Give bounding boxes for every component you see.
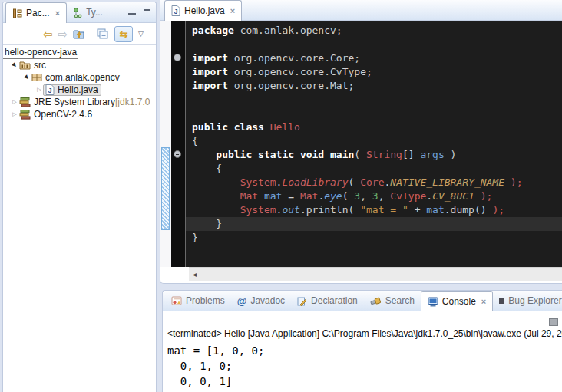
code-line-current: } [186, 217, 562, 231]
tree-item-opencv-2-4-6[interactable]: ▷OpenCV-2.4.6 [3, 108, 156, 120]
editor-horizontal-scrollbar[interactable]: ◂ [189, 267, 562, 281]
code-line: } [186, 231, 562, 245]
tree-item-src[interactable]: ▶src [3, 59, 156, 71]
tree-item-label: OpenCV-2.4.6 [34, 109, 92, 120]
tab-declaration[interactable]: Declaration [291, 291, 364, 311]
problems-icon [171, 296, 182, 305]
tree-item-label: Hello.java [58, 84, 98, 95]
tree-item-project-root[interactable]: hello-opencv-java [3, 47, 156, 59]
editor-panel: J Hello.java × package com.anlak.opencv;… [160, 0, 562, 284]
console-status-line: <terminated> Hello [Java Application] C:… [167, 328, 562, 339]
code-line: package com.anlak.opencv; [186, 24, 562, 38]
code-line: { [186, 162, 562, 176]
scroll-left-icon[interactable]: ◂ [189, 270, 197, 278]
fold-collapse-icon[interactable] [174, 54, 181, 61]
package-icon [31, 73, 42, 82]
svg-text:J: J [48, 87, 52, 94]
close-icon[interactable]: × [481, 297, 486, 306]
console-icon [428, 297, 438, 307]
tab-console[interactable]: Console× [421, 291, 493, 311]
tab-label: Console [442, 296, 476, 307]
search-icon [370, 296, 382, 306]
range-indicator [161, 147, 170, 230]
library-icon [19, 97, 31, 107]
tree-entry[interactable]: JRE System Library [jdk1.7.0 [18, 97, 150, 107]
console-output: mat = [1, 0, 0; 0, 1, 0; 0, 0, 1] [167, 343, 562, 389]
package-explorer-tabstrip: Pac...×Ty... [3, 2, 156, 23]
tab-label: Bug Explorer [508, 295, 561, 306]
tab-hello-java[interactable]: J Hello.java × [164, 0, 242, 21]
terminate-icon[interactable] [549, 318, 558, 326]
tab-bug-explorer[interactable]: Bug Explorer [493, 291, 562, 311]
editor-tab-label: Hello.java [184, 5, 225, 16]
folding-ruler[interactable] [171, 21, 185, 267]
editor-body: package com.anlak.opencv;import org.open… [160, 21, 562, 267]
view-tab-label: Pac... [26, 8, 50, 18]
tree-item-label: JRE System Library [34, 97, 115, 107]
forward-icon[interactable]: ⇨ [58, 28, 68, 40]
annotation-ruler[interactable] [160, 21, 171, 267]
tree-item-jre-system-library[interactable]: ▷JRE System Library [jdk1.7.0 [3, 96, 156, 108]
code-line [186, 38, 562, 51]
tab-label: Search [385, 295, 415, 306]
link-with-editor-icon[interactable]: ⇆ [114, 26, 133, 42]
collapse-all-icon[interactable] [97, 28, 109, 39]
tab-search[interactable]: Search [364, 291, 421, 311]
tree-entry[interactable]: OpenCV-2.4.6 [18, 109, 92, 120]
tree-entry[interactable]: src [18, 60, 46, 71]
expand-arrow-icon[interactable]: ▷ [11, 99, 18, 105]
editor-tabstrip: J Hello.java × [160, 0, 562, 21]
up-icon[interactable] [73, 28, 85, 40]
code-line: import org.opencv.core.Core; [186, 51, 562, 65]
svg-text:J: J [174, 8, 178, 15]
console-output-line: 0, 0, 1] [167, 374, 562, 389]
project-root-label: hello-opencv-java [3, 47, 78, 59]
maximize-icon[interactable] [144, 9, 150, 15]
src-folder-icon [19, 61, 31, 70]
code-line [186, 93, 562, 107]
close-icon[interactable]: × [230, 6, 235, 15]
library-icon [19, 110, 31, 120]
tree-entry[interactable]: com.anlak.opencv [31, 72, 120, 83]
java-file-icon: J [171, 5, 180, 16]
eclipse-window: Pac...×Ty... ⇦ ⇨ ⇆ ▽ hello-opencv-java▶s… [0, 0, 562, 392]
package-explorer-toolbar: ⇦ ⇨ ⇆ ▽ [3, 23, 156, 45]
javadoc-icon: @ [237, 296, 247, 306]
code-line: System.out.println( "mat = " + mat.dump(… [186, 203, 562, 217]
code-line: System.LoadLibrary( Core.NATIVE_LIBRARY_… [186, 176, 562, 189]
tree-item-label: com.anlak.opencv [45, 72, 120, 83]
view-tab-label: Ty... [86, 7, 103, 18]
code-line: public class Hello [186, 120, 562, 134]
tab-problems[interactable]: Problems [165, 291, 231, 311]
view-menu-icon[interactable]: ▽ [138, 30, 144, 38]
tree-item-suffix: [jdk1.7.0 [115, 97, 150, 107]
tab-javadoc[interactable]: @Javadoc [231, 291, 291, 311]
expand-arrow-icon[interactable]: ▷ [11, 111, 18, 117]
code-line: import org.opencv.core.Mat; [186, 79, 562, 93]
code-area[interactable]: package com.anlak.opencv;import org.open… [185, 21, 562, 267]
fold-collapse-icon[interactable] [174, 150, 181, 158]
expand-arrow-icon[interactable]: ▷ [35, 87, 43, 93]
code-line: public static void main( String[] args ) [186, 148, 562, 162]
minimize-icon[interactable] [128, 13, 136, 15]
tab-label: Javadoc [250, 295, 285, 306]
package-explorer-icon [12, 8, 22, 18]
tab-label: Declaration [311, 295, 358, 306]
view-tab-ty[interactable]: Ty... [67, 2, 109, 22]
tab-label: Problems [186, 295, 225, 306]
back-icon[interactable]: ⇦ [43, 28, 53, 40]
console-tabstrip: Problems@JavadocDeclarationSearchConsole… [163, 291, 562, 311]
tree-item-label: src [34, 60, 46, 71]
console-output-line: mat = [1, 0, 0; [167, 343, 562, 358]
project-tree: hello-opencv-java▶src▶com.anlak.opencv▷J… [3, 45, 156, 120]
console-panel: Problems@JavadocDeclarationSearchConsole… [162, 290, 562, 392]
view-tab-pac[interactable]: Pac...× [5, 2, 67, 23]
selected-tree-entry[interactable]: JHello.java [43, 84, 101, 96]
code-line: Mat mat = Mat.eye( 3, 3, CvType.CV_8UC1 … [186, 189, 562, 203]
type-hierarchy-icon [73, 8, 82, 18]
tree-item-com-anlak-opencv[interactable]: ▶com.anlak.opencv [3, 71, 156, 84]
code-line: import org.opencv.core.CvType; [186, 65, 562, 79]
java-file-icon: J [45, 84, 55, 95]
close-icon[interactable]: × [55, 8, 60, 18]
tree-item-hello-java[interactable]: ▷JHello.java [3, 84, 156, 96]
